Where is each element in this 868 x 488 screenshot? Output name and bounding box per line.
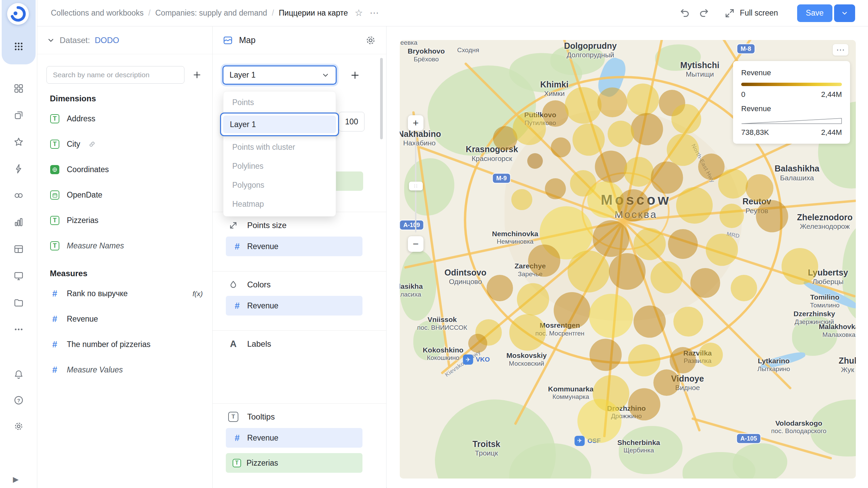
quick-actions-icon[interactable] (14, 164, 24, 174)
map-bubble[interactable] (634, 228, 666, 260)
zoom-in-button[interactable]: + (408, 115, 423, 131)
map-bubble[interactable] (609, 253, 646, 290)
charts-icon[interactable] (14, 217, 24, 227)
map-bubble[interactable] (651, 162, 683, 194)
map-bubble[interactable] (731, 275, 757, 301)
more-icon[interactable] (14, 324, 24, 334)
map-bubble[interactable] (517, 283, 549, 315)
add-field-button[interactable] (189, 66, 205, 84)
zoom-ruler-handle[interactable]: ∷ (409, 182, 423, 190)
map-bubble[interactable] (628, 344, 660, 376)
connections-icon[interactable] (14, 190, 24, 201)
save-dropdown-button[interactable] (834, 4, 855, 22)
map-bubble[interactable] (568, 250, 610, 292)
field-chip[interactable]: #Revenue (226, 428, 362, 448)
chart-settings-gear-icon[interactable] (365, 35, 376, 46)
map-bubble[interactable] (593, 220, 629, 257)
dimension-item[interactable]: OpenDate (37, 182, 212, 208)
layer-opacity-input[interactable]: 100 (339, 112, 364, 131)
collapse-rail-icon[interactable]: ▶ (13, 475, 19, 484)
map-bubble[interactable] (597, 87, 627, 117)
map-bubble[interactable] (589, 339, 622, 371)
map-bubble[interactable] (718, 169, 748, 199)
apps-grid-icon[interactable] (14, 41, 24, 52)
map-bubble[interactable] (608, 121, 634, 147)
map-canvas[interactable]: MKADMRDNorth-East HwyKievskoye HwyM-8M-9… (400, 40, 856, 479)
map-bubble[interactable] (667, 134, 699, 166)
add-layer-button[interactable] (346, 65, 364, 85)
map-bubble[interactable] (676, 187, 713, 224)
config-scrollbar[interactable] (380, 58, 383, 139)
layer-option[interactable]: Layer 1 (223, 116, 336, 133)
map-bubble[interactable] (668, 229, 698, 259)
notifications-bell-icon[interactable] (14, 369, 24, 379)
dimension-item[interactable]: TAddress (37, 106, 212, 131)
map-bubble[interactable] (690, 268, 720, 298)
redo-icon[interactable] (698, 8, 709, 19)
map-bubble[interactable] (511, 189, 532, 210)
layer-select[interactable]: Layer 1 (222, 65, 337, 85)
help-icon[interactable]: ? (14, 395, 24, 405)
field-chip[interactable]: TPizzerias (226, 453, 362, 473)
geotype-option[interactable]: Heatmap (223, 195, 336, 214)
map-bubble[interactable] (572, 123, 605, 156)
datalens-logo[interactable] (7, 3, 29, 25)
measure-item[interactable]: #Measure Values (37, 357, 212, 383)
map-bubble[interactable] (595, 150, 627, 183)
dimension-item[interactable]: TCity (37, 131, 212, 157)
widgets-icon[interactable] (14, 83, 24, 94)
map-bubble[interactable] (671, 104, 701, 134)
geotype-option[interactable]: Polylines (223, 157, 336, 176)
field-chip[interactable]: #Revenue (226, 296, 362, 316)
map-bubble[interactable] (706, 233, 738, 266)
breadcrumb-item[interactable]: Companies: supply and demand (155, 8, 267, 18)
dataset-name-link[interactable]: DODO (95, 36, 119, 45)
map-bubble[interactable] (627, 83, 659, 116)
datasets-icon[interactable] (14, 244, 24, 254)
map-bubble[interactable] (673, 307, 703, 337)
dataset-header[interactable]: Dataset: DODO (37, 26, 212, 54)
map-bubble[interactable] (670, 347, 696, 373)
settings-gear-icon[interactable] (14, 421, 24, 431)
map-bubble[interactable] (634, 305, 666, 338)
map-bubble[interactable] (698, 343, 723, 367)
map-bubble[interactable] (628, 388, 660, 421)
favorites-icon[interactable] (14, 137, 24, 147)
dimension-item[interactable]: TPizzerias (37, 208, 212, 233)
map-bubble[interactable] (624, 157, 654, 187)
breadcrumb-item[interactable]: Collections and workbooks (51, 8, 144, 18)
map-bubble[interactable] (577, 399, 622, 443)
map-bubble[interactable] (631, 113, 663, 145)
undo-icon[interactable] (679, 8, 690, 19)
map-bubble[interactable] (509, 314, 546, 351)
map-bubble[interactable] (650, 261, 683, 293)
measure-item[interactable]: #The number of pizzerias (37, 332, 212, 357)
measure-item[interactable]: #Revenue (37, 306, 212, 332)
chart-actions-ellipsis-icon[interactable]: ⋯ (370, 8, 379, 18)
storage-icon[interactable] (14, 298, 24, 308)
map-more-ellipsis-icon[interactable]: ⋯ (833, 44, 848, 56)
geotype-option[interactable]: Points (223, 93, 336, 112)
search-input[interactable] (46, 66, 184, 84)
map-bubble[interactable] (782, 248, 818, 285)
dashboards-icon[interactable] (14, 271, 24, 281)
breadcrumb-item[interactable]: Пиццерии на карте (279, 8, 348, 18)
map-bubble[interactable] (617, 189, 649, 221)
map-bubble[interactable] (589, 294, 633, 338)
map-bubble[interactable] (528, 244, 560, 277)
map-bubble[interactable] (746, 174, 773, 202)
map-bubble[interactable] (565, 87, 601, 124)
map-bubble[interactable] (551, 138, 571, 158)
dimension-item[interactable]: Coordinates (37, 157, 212, 182)
map-bubble[interactable] (468, 334, 487, 353)
map-bubble[interactable] (487, 275, 513, 301)
collections-icon[interactable] (14, 110, 24, 120)
save-button[interactable]: Save (797, 4, 832, 22)
map-bubble[interactable] (513, 112, 546, 145)
geotype-option[interactable]: Points with cluster (223, 138, 336, 157)
favorite-star-icon[interactable]: ☆ (355, 8, 363, 18)
measure-item[interactable]: #Rank по выручкеf(x) (37, 281, 212, 306)
map-bubble[interactable] (756, 200, 788, 232)
geotype-option[interactable]: Polygons (223, 176, 336, 195)
full-screen-button[interactable]: Full screen (724, 8, 778, 19)
